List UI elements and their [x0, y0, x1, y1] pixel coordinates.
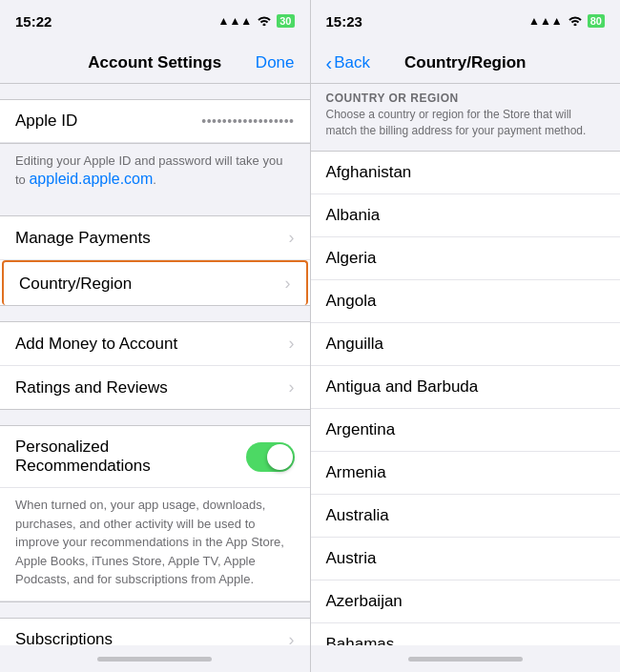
- right-status-icons: ▲▲▲ 80: [528, 14, 605, 29]
- right-time: 15:23: [326, 13, 362, 30]
- manage-payments-chevron: ›: [289, 228, 295, 248]
- add-money-label: Add Money to Account: [15, 335, 177, 354]
- right-status-bar: 15:23 ▲▲▲ 80: [311, 0, 621, 42]
- subscriptions-label: Subscriptions: [15, 630, 113, 645]
- add-money-chevron: ›: [289, 334, 295, 354]
- ratings-reviews-label: Ratings and Reviews: [15, 378, 168, 397]
- apple-id-label: Apple ID: [15, 112, 77, 131]
- addmoney-ratings-group: Add Money to Account › Ratings and Revie…: [0, 321, 310, 410]
- wifi-icon: [257, 14, 272, 29]
- left-status-icons: ▲▲▲ 30: [218, 14, 295, 29]
- add-money-row[interactable]: Add Money to Account ›: [0, 322, 310, 366]
- country-name: Australia: [326, 506, 389, 525]
- personalized-description: When turned on, your app usage, download…: [0, 488, 310, 601]
- apple-id-description: Editing your Apple ID and password will …: [0, 144, 310, 200]
- country-row[interactable]: Armenia: [311, 452, 621, 495]
- country-region-row[interactable]: Country/Region ›: [2, 260, 308, 305]
- country-region-chevron: ›: [285, 274, 291, 294]
- country-name: Azerbaijan: [326, 592, 403, 611]
- country-row[interactable]: Australia: [311, 495, 621, 538]
- country-name: Antigua and Barbuda: [326, 377, 479, 397]
- personalized-desc-text: When turned on, your app usage, download…: [15, 498, 284, 586]
- personalized-label: Personalized Recommendations: [15, 438, 235, 476]
- country-name: Bahamas: [326, 635, 395, 645]
- ratings-reviews-row[interactable]: Ratings and Reviews ›: [0, 366, 310, 409]
- country-name: Afghanistan: [326, 163, 412, 182]
- right-signal-icon: ▲▲▲: [528, 14, 563, 28]
- subscriptions-group: Subscriptions ›: [0, 618, 310, 646]
- country-row[interactable]: Bahamas: [311, 623, 621, 645]
- left-home-bar: [97, 657, 212, 662]
- country-region-label: Country/Region: [19, 275, 132, 294]
- left-status-bar: 15:22 ▲▲▲ 30: [0, 0, 310, 42]
- left-home-indicator: [0, 645, 310, 672]
- right-home-indicator: [311, 645, 621, 672]
- country-name: Armenia: [326, 463, 386, 482]
- country-list: AfghanistanAlbaniaAlgeriaAngolaAnguillaA…: [311, 151, 621, 645]
- country-row[interactable]: Azerbaijan: [311, 580, 621, 623]
- country-row[interactable]: Anguilla: [311, 323, 621, 366]
- right-nav-title: Country/Region: [404, 53, 527, 72]
- done-button[interactable]: Done: [256, 53, 295, 72]
- country-name: Angola: [326, 292, 377, 311]
- desc-text-after: .: [153, 173, 156, 187]
- right-panel-content: COUNTRY OR REGION Choose a country or re…: [311, 84, 621, 645]
- back-label: Back: [334, 53, 370, 72]
- right-panel: 15:23 ▲▲▲ 80 ‹ Back Country/Region COUNT…: [311, 0, 621, 672]
- left-nav-title: Account Settings: [88, 53, 221, 72]
- country-section-title: COUNTRY OR REGION: [326, 92, 606, 105]
- personalized-row[interactable]: Personalized Recommendations: [0, 426, 310, 488]
- personalized-toggle[interactable]: [246, 442, 295, 472]
- right-nav-bar: ‹ Back Country/Region: [311, 42, 621, 84]
- appleid-link[interactable]: appleid.apple.com: [29, 171, 153, 187]
- country-name: Anguilla: [326, 335, 384, 354]
- country-row[interactable]: Algeria: [311, 237, 621, 280]
- back-button[interactable]: ‹ Back: [326, 53, 370, 72]
- country-section-desc: Choose a country or region for the Store…: [326, 107, 606, 139]
- left-nav-bar: Account Settings Done: [0, 42, 310, 84]
- country-row[interactable]: Albania: [311, 194, 621, 237]
- country-row[interactable]: Argentina: [311, 409, 621, 452]
- left-time: 15:22: [15, 13, 52, 30]
- country-name: Austria: [326, 549, 377, 568]
- manage-payments-row[interactable]: Manage Payments ›: [0, 216, 310, 260]
- right-home-bar: [408, 657, 523, 662]
- ratings-reviews-chevron: ›: [289, 377, 295, 397]
- country-row[interactable]: Afghanistan: [311, 152, 621, 194]
- apple-id-email: ••••••••••••••••••: [201, 113, 294, 129]
- back-chevron-icon: ‹: [326, 53, 333, 72]
- toggle-knob: [267, 444, 293, 470]
- right-battery-icon: 80: [588, 14, 605, 28]
- apple-id-row[interactable]: Apple ID ••••••••••••••••••: [0, 100, 310, 143]
- country-name: Albania: [326, 206, 381, 225]
- subscriptions-chevron: ›: [289, 630, 295, 646]
- battery-icon: 30: [277, 14, 294, 28]
- subscriptions-row[interactable]: Subscriptions ›: [0, 619, 310, 646]
- country-name: Argentina: [326, 420, 396, 439]
- country-row[interactable]: Antigua and Barbuda: [311, 366, 621, 409]
- apple-id-group: Apple ID ••••••••••••••••••: [0, 99, 310, 144]
- country-row[interactable]: Angola: [311, 280, 621, 323]
- left-panel: 15:22 ▲▲▲ 30 Account Settings Done Apple…: [0, 0, 310, 672]
- personalized-group: Personalized Recommendations When turned…: [0, 425, 310, 602]
- left-panel-content: Apple ID •••••••••••••••••• Editing your…: [0, 84, 310, 645]
- country-name: Algeria: [326, 249, 377, 268]
- signal-icon: ▲▲▲: [218, 14, 253, 28]
- right-wifi-icon: [568, 14, 583, 29]
- country-section-header: COUNTRY OR REGION Choose a country or re…: [311, 84, 621, 143]
- country-row[interactable]: Austria: [311, 538, 621, 580]
- manage-payments-label: Manage Payments: [15, 229, 151, 248]
- payments-country-group: Manage Payments › Country/Region ›: [0, 215, 310, 306]
